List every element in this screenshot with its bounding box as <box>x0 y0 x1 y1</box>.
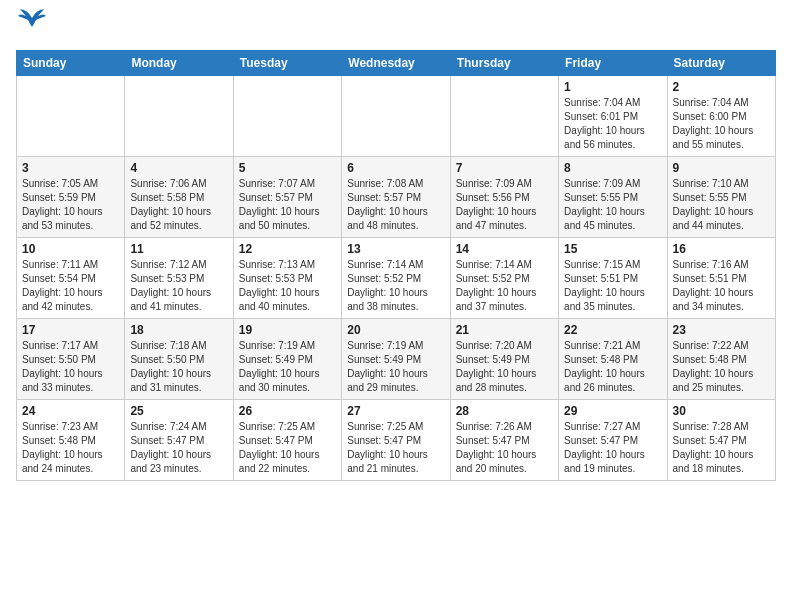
calendar-cell <box>17 76 125 157</box>
logo <box>16 16 46 38</box>
day-info: Sunrise: 7:15 AM Sunset: 5:51 PM Dayligh… <box>564 258 661 314</box>
weekday-header: Monday <box>125 51 233 76</box>
day-info: Sunrise: 7:06 AM Sunset: 5:58 PM Dayligh… <box>130 177 227 233</box>
day-info: Sunrise: 7:24 AM Sunset: 5:47 PM Dayligh… <box>130 420 227 476</box>
calendar-cell: 9Sunrise: 7:10 AM Sunset: 5:55 PM Daylig… <box>667 157 775 238</box>
day-info: Sunrise: 7:20 AM Sunset: 5:49 PM Dayligh… <box>456 339 553 395</box>
day-info: Sunrise: 7:25 AM Sunset: 5:47 PM Dayligh… <box>347 420 444 476</box>
calendar-cell: 30Sunrise: 7:28 AM Sunset: 5:47 PM Dayli… <box>667 400 775 481</box>
day-info: Sunrise: 7:14 AM Sunset: 5:52 PM Dayligh… <box>456 258 553 314</box>
calendar-cell: 19Sunrise: 7:19 AM Sunset: 5:49 PM Dayli… <box>233 319 341 400</box>
day-info: Sunrise: 7:26 AM Sunset: 5:47 PM Dayligh… <box>456 420 553 476</box>
day-number: 2 <box>673 80 770 94</box>
calendar-cell: 1Sunrise: 7:04 AM Sunset: 6:01 PM Daylig… <box>559 76 667 157</box>
day-number: 3 <box>22 161 119 175</box>
day-number: 24 <box>22 404 119 418</box>
day-number: 7 <box>456 161 553 175</box>
calendar-week-row: 17Sunrise: 7:17 AM Sunset: 5:50 PM Dayli… <box>17 319 776 400</box>
page-header <box>16 16 776 38</box>
day-info: Sunrise: 7:10 AM Sunset: 5:55 PM Dayligh… <box>673 177 770 233</box>
calendar-cell: 5Sunrise: 7:07 AM Sunset: 5:57 PM Daylig… <box>233 157 341 238</box>
day-info: Sunrise: 7:14 AM Sunset: 5:52 PM Dayligh… <box>347 258 444 314</box>
calendar-cell: 27Sunrise: 7:25 AM Sunset: 5:47 PM Dayli… <box>342 400 450 481</box>
day-info: Sunrise: 7:27 AM Sunset: 5:47 PM Dayligh… <box>564 420 661 476</box>
calendar-cell: 12Sunrise: 7:13 AM Sunset: 5:53 PM Dayli… <box>233 238 341 319</box>
calendar-cell: 11Sunrise: 7:12 AM Sunset: 5:53 PM Dayli… <box>125 238 233 319</box>
day-info: Sunrise: 7:04 AM Sunset: 6:00 PM Dayligh… <box>673 96 770 152</box>
calendar-cell <box>233 76 341 157</box>
day-number: 29 <box>564 404 661 418</box>
day-info: Sunrise: 7:16 AM Sunset: 5:51 PM Dayligh… <box>673 258 770 314</box>
day-number: 8 <box>564 161 661 175</box>
day-number: 25 <box>130 404 227 418</box>
weekday-header: Friday <box>559 51 667 76</box>
day-info: Sunrise: 7:17 AM Sunset: 5:50 PM Dayligh… <box>22 339 119 395</box>
calendar-cell: 16Sunrise: 7:16 AM Sunset: 5:51 PM Dayli… <box>667 238 775 319</box>
day-info: Sunrise: 7:19 AM Sunset: 5:49 PM Dayligh… <box>347 339 444 395</box>
day-number: 20 <box>347 323 444 337</box>
calendar-cell: 15Sunrise: 7:15 AM Sunset: 5:51 PM Dayli… <box>559 238 667 319</box>
day-number: 10 <box>22 242 119 256</box>
calendar-cell: 20Sunrise: 7:19 AM Sunset: 5:49 PM Dayli… <box>342 319 450 400</box>
day-info: Sunrise: 7:19 AM Sunset: 5:49 PM Dayligh… <box>239 339 336 395</box>
weekday-header: Tuesday <box>233 51 341 76</box>
day-number: 4 <box>130 161 227 175</box>
calendar-cell: 6Sunrise: 7:08 AM Sunset: 5:57 PM Daylig… <box>342 157 450 238</box>
weekday-header: Sunday <box>17 51 125 76</box>
calendar-week-row: 3Sunrise: 7:05 AM Sunset: 5:59 PM Daylig… <box>17 157 776 238</box>
day-info: Sunrise: 7:12 AM Sunset: 5:53 PM Dayligh… <box>130 258 227 314</box>
calendar-cell: 24Sunrise: 7:23 AM Sunset: 5:48 PM Dayli… <box>17 400 125 481</box>
day-info: Sunrise: 7:07 AM Sunset: 5:57 PM Dayligh… <box>239 177 336 233</box>
day-number: 5 <box>239 161 336 175</box>
day-number: 19 <box>239 323 336 337</box>
day-info: Sunrise: 7:28 AM Sunset: 5:47 PM Dayligh… <box>673 420 770 476</box>
calendar-cell: 10Sunrise: 7:11 AM Sunset: 5:54 PM Dayli… <box>17 238 125 319</box>
calendar-cell: 2Sunrise: 7:04 AM Sunset: 6:00 PM Daylig… <box>667 76 775 157</box>
day-info: Sunrise: 7:05 AM Sunset: 5:59 PM Dayligh… <box>22 177 119 233</box>
day-info: Sunrise: 7:08 AM Sunset: 5:57 PM Dayligh… <box>347 177 444 233</box>
day-number: 12 <box>239 242 336 256</box>
weekday-header: Saturday <box>667 51 775 76</box>
day-info: Sunrise: 7:11 AM Sunset: 5:54 PM Dayligh… <box>22 258 119 314</box>
day-number: 28 <box>456 404 553 418</box>
calendar-cell: 17Sunrise: 7:17 AM Sunset: 5:50 PM Dayli… <box>17 319 125 400</box>
logo-bird-icon <box>18 8 46 28</box>
day-number: 16 <box>673 242 770 256</box>
calendar-week-row: 1Sunrise: 7:04 AM Sunset: 6:01 PM Daylig… <box>17 76 776 157</box>
day-info: Sunrise: 7:09 AM Sunset: 5:55 PM Dayligh… <box>564 177 661 233</box>
day-number: 14 <box>456 242 553 256</box>
day-number: 18 <box>130 323 227 337</box>
calendar-cell: 23Sunrise: 7:22 AM Sunset: 5:48 PM Dayli… <box>667 319 775 400</box>
day-number: 26 <box>239 404 336 418</box>
calendar-cell: 14Sunrise: 7:14 AM Sunset: 5:52 PM Dayli… <box>450 238 558 319</box>
day-number: 1 <box>564 80 661 94</box>
day-number: 9 <box>673 161 770 175</box>
day-number: 15 <box>564 242 661 256</box>
calendar-cell <box>342 76 450 157</box>
calendar-table: SundayMondayTuesdayWednesdayThursdayFrid… <box>16 50 776 481</box>
weekday-header: Thursday <box>450 51 558 76</box>
calendar-cell: 21Sunrise: 7:20 AM Sunset: 5:49 PM Dayli… <box>450 319 558 400</box>
day-number: 22 <box>564 323 661 337</box>
day-info: Sunrise: 7:25 AM Sunset: 5:47 PM Dayligh… <box>239 420 336 476</box>
day-number: 11 <box>130 242 227 256</box>
calendar-week-row: 24Sunrise: 7:23 AM Sunset: 5:48 PM Dayli… <box>17 400 776 481</box>
day-info: Sunrise: 7:13 AM Sunset: 5:53 PM Dayligh… <box>239 258 336 314</box>
calendar-cell: 29Sunrise: 7:27 AM Sunset: 5:47 PM Dayli… <box>559 400 667 481</box>
day-info: Sunrise: 7:22 AM Sunset: 5:48 PM Dayligh… <box>673 339 770 395</box>
day-info: Sunrise: 7:18 AM Sunset: 5:50 PM Dayligh… <box>130 339 227 395</box>
weekday-header: Wednesday <box>342 51 450 76</box>
day-info: Sunrise: 7:23 AM Sunset: 5:48 PM Dayligh… <box>22 420 119 476</box>
calendar-cell: 28Sunrise: 7:26 AM Sunset: 5:47 PM Dayli… <box>450 400 558 481</box>
calendar-cell: 4Sunrise: 7:06 AM Sunset: 5:58 PM Daylig… <box>125 157 233 238</box>
calendar-cell: 18Sunrise: 7:18 AM Sunset: 5:50 PM Dayli… <box>125 319 233 400</box>
day-number: 30 <box>673 404 770 418</box>
day-number: 21 <box>456 323 553 337</box>
day-number: 27 <box>347 404 444 418</box>
day-number: 17 <box>22 323 119 337</box>
calendar-cell: 3Sunrise: 7:05 AM Sunset: 5:59 PM Daylig… <box>17 157 125 238</box>
calendar-cell: 7Sunrise: 7:09 AM Sunset: 5:56 PM Daylig… <box>450 157 558 238</box>
day-number: 23 <box>673 323 770 337</box>
calendar-cell <box>450 76 558 157</box>
calendar-cell: 25Sunrise: 7:24 AM Sunset: 5:47 PM Dayli… <box>125 400 233 481</box>
